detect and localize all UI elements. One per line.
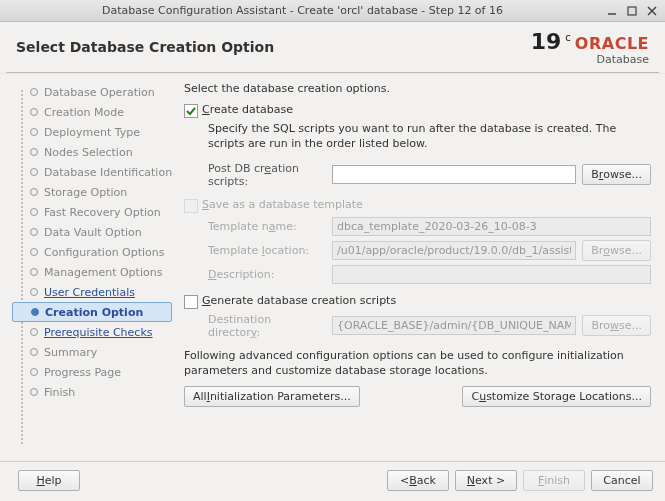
description-input	[332, 265, 651, 284]
brand-version: 19	[531, 29, 562, 54]
template-location-browse-button: Browse...	[582, 240, 651, 261]
next-button[interactable]: Next >	[455, 470, 517, 491]
svg-rect-0	[628, 7, 636, 15]
sidebar-item-user-credentials[interactable]: User Credentials	[12, 282, 178, 302]
dest-dir-browse-button: Browse...	[582, 315, 651, 336]
wizard-footer: Help < Back Next > Finish Cancel	[0, 461, 665, 499]
page-header: Select Database Creation Option 19 c ORA…	[0, 22, 665, 72]
create-database-label: Create database	[202, 103, 293, 116]
generate-scripts-label: Generate database creation scripts	[202, 294, 396, 307]
finish-button: Finish	[523, 470, 585, 491]
dest-dir-input	[332, 316, 576, 335]
brand-suffix: c	[565, 32, 571, 43]
all-init-params-button[interactable]: All Initialization Parameters...	[184, 386, 360, 407]
save-template-label: Save as a database template	[202, 198, 363, 211]
sidebar-item-fast-recovery-option: Fast Recovery Option	[12, 202, 178, 222]
description-label: Description:	[208, 268, 326, 281]
dest-dir-label: Destination directory:	[208, 313, 326, 339]
brand-sub: Database	[597, 53, 650, 66]
page-title: Select Database Creation Option	[16, 39, 531, 55]
help-button[interactable]: Help	[18, 470, 80, 491]
template-name-input	[332, 217, 651, 236]
post-script-browse-button[interactable]: Browse...	[582, 164, 651, 185]
sidebar-item-creation-option[interactable]: Creation Option	[12, 302, 172, 322]
sidebar-item-storage-option: Storage Option	[12, 182, 178, 202]
post-script-input[interactable]	[332, 165, 576, 184]
sidebar-item-management-options: Management Options	[12, 262, 178, 282]
sidebar-item-deployment-type: Deployment Type	[12, 122, 178, 142]
sidebar-item-creation-mode: Creation Mode	[12, 102, 178, 122]
title-bar: Database Configuration Assistant - Creat…	[0, 0, 665, 22]
sidebar-item-database-identification: Database Identification	[12, 162, 178, 182]
sidebar-item-configuration-options: Configuration Options	[12, 242, 178, 262]
cancel-button[interactable]: Cancel	[591, 470, 653, 491]
save-template-checkbox	[184, 199, 198, 213]
back-button[interactable]: < Back	[387, 470, 449, 491]
maximize-icon[interactable]	[625, 4, 639, 18]
intro-text: Select the database creation options.	[184, 82, 651, 95]
customize-storage-button[interactable]: Customize Storage Locations...	[462, 386, 651, 407]
sidebar-item-data-vault-option: Data Vault Option	[12, 222, 178, 242]
sidebar-item-prerequisite-checks[interactable]: Prerequisite Checks	[12, 322, 178, 342]
advanced-note: Following advanced configuration options…	[184, 349, 651, 379]
create-database-desc: Specify the SQL scripts you want to run …	[208, 122, 651, 152]
template-location-input	[332, 241, 576, 260]
create-database-checkbox[interactable]	[184, 104, 198, 118]
window-title: Database Configuration Assistant - Creat…	[6, 4, 599, 17]
minimize-icon[interactable]	[605, 4, 619, 18]
sidebar-item-finish: Finish	[12, 382, 178, 402]
wizard-sidebar: Database Operation Creation Mode Deploym…	[0, 74, 178, 461]
content-pane: Select the database creation options. Cr…	[178, 74, 665, 461]
post-script-label: Post DB creation scripts:	[208, 162, 326, 188]
brand-name: ORACLE	[575, 34, 649, 53]
sidebar-item-summary: Summary	[12, 342, 178, 362]
oracle-brand: 19 c ORACLE Database	[531, 29, 649, 66]
sidebar-item-nodes-selection: Nodes Selection	[12, 142, 178, 162]
generate-scripts-checkbox[interactable]	[184, 295, 198, 309]
template-location-label: Template location:	[208, 244, 326, 257]
close-icon[interactable]	[645, 4, 659, 18]
sidebar-item-progress-page: Progress Page	[12, 362, 178, 382]
sidebar-item-database-operation: Database Operation	[12, 82, 178, 102]
template-name-label: Template name:	[208, 220, 326, 233]
